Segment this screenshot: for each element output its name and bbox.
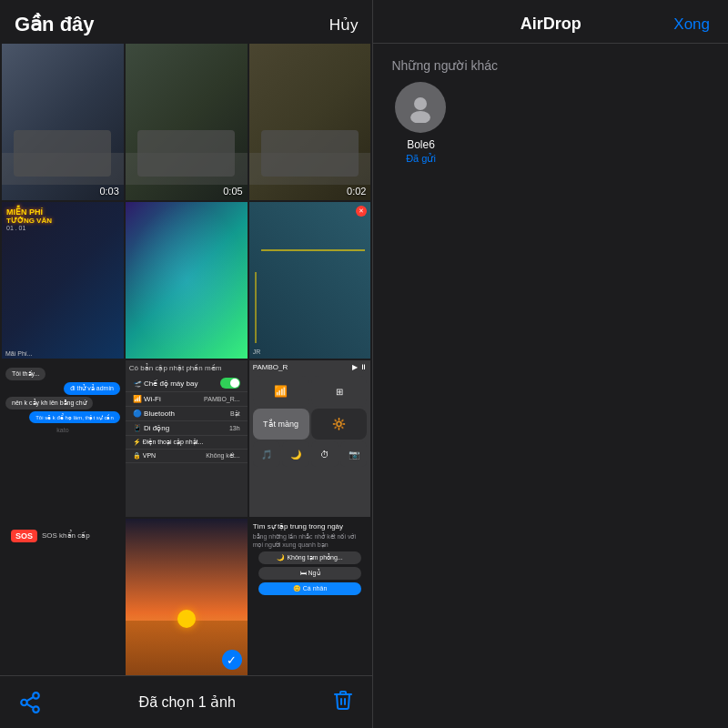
selected-checkmark: ✓ (222, 650, 242, 670)
person-avatar (395, 82, 446, 133)
people-grid: Bole6 Đã gửi (373, 82, 728, 165)
svg-point-0 (414, 97, 427, 110)
airdrop-header: AirDrop Xong (373, 0, 728, 44)
photo-cell-game1[interactable]: MIỄN PHÍ TƯỚNG VĂN 01 . 01 Mãi Phí... (2, 202, 124, 359)
done-button[interactable]: Xong (664, 15, 710, 34)
right-panel: AirDrop Xong Những người khác Bole6 Đã g… (373, 0, 728, 728)
photo-cell-control[interactable]: PAMBO_R ▶ ⏸ 📶 ⊞ Tắt màng 🔆 🎵 🌙 ⏱ 📷 (249, 360, 371, 517)
airdrop-title: AirDrop (437, 15, 664, 34)
photo-cell-sunset[interactable]: ✓ (126, 519, 248, 675)
grid-row-2: MIỄN PHÍ TƯỚNG VĂN 01 . 01 Mãi Phí... ✕ (2, 202, 370, 359)
person-name: Bole6 (407, 138, 435, 151)
video-duration-3: 0:02 (347, 186, 366, 197)
video-duration-2: 0:05 (223, 186, 242, 197)
video-duration-1: 0:03 (99, 186, 118, 197)
svg-point-1 (410, 111, 430, 123)
photo-cell-settings[interactable]: Có bản cập nhật phần mềm 🛫 Chế độ máy ba… (126, 360, 248, 517)
cancel-button[interactable]: Hủy (329, 15, 359, 35)
left-header: Gần đây Hủy (0, 0, 372, 44)
left-panel: Gần đây Hủy 0:03 0:05 0:02 (0, 0, 372, 728)
sos-badge: SOS (11, 530, 37, 542)
photo-cell-map[interactable]: ✕ JR (249, 202, 371, 359)
photo-cell-chat[interactable]: Tôi thấy... đi thử vả admin nên k cảy kh… (2, 360, 124, 517)
grid-row-3: Tôi thấy... đi thử vả admin nên k cảy kh… (2, 360, 370, 517)
photo-cell-moto3[interactable]: 0:02 (249, 44, 371, 200)
selection-status: Đã chọn 1 ảnh (139, 693, 236, 711)
delete-button[interactable] (332, 689, 354, 716)
person-item[interactable]: Bole6 Đã gửi (391, 82, 450, 165)
photo-cell-sos[interactable]: SOS SOS khẩn cấp (2, 519, 124, 675)
photo-cell-notification[interactable]: Tìm sự tập trung trong ngày bằng những l… (249, 519, 371, 675)
person-status: Đã gửi (406, 153, 436, 165)
grid-row-4: SOS SOS khẩn cấp ✓ Tìm sự tập trung tron… (2, 519, 370, 675)
photo-cell-game2[interactable] (126, 202, 248, 359)
grid-row-1: 0:03 0:05 0:02 (2, 44, 370, 200)
gallery-title: Gần đây (15, 13, 95, 36)
photo-cell-moto1[interactable]: 0:03 (2, 44, 124, 200)
bottom-bar: Đã chọn 1 ảnh (0, 675, 372, 728)
photo-grid: 0:03 0:05 0:02 MIỄN PHÍ TƯỚNG VĂN 01 . 0… (0, 44, 372, 675)
section-label: Những người khác (373, 44, 728, 82)
photo-cell-moto2[interactable]: 0:05 (126, 44, 248, 200)
share-button[interactable] (18, 691, 42, 714)
